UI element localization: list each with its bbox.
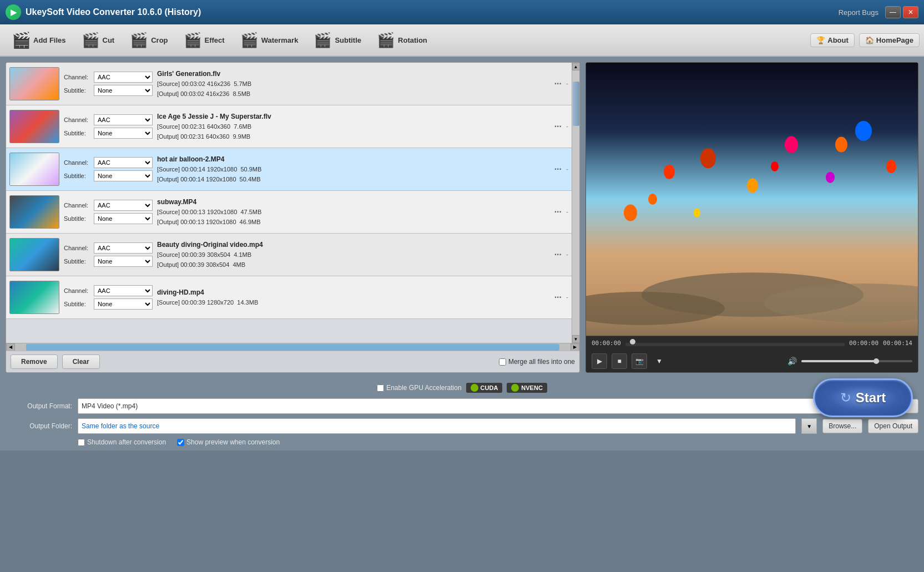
channel-select[interactable]: AAC — [94, 114, 153, 125]
horizontal-scrollbar[interactable]: ◀ ▶ — [6, 343, 579, 351]
more-options-icon[interactable]: ··· — [554, 250, 562, 260]
gpu-row: Enable GPU Acceleration CUDA NVENC — [6, 383, 918, 393]
nvidia-logo — [471, 384, 478, 392]
file-thumbnail — [9, 67, 59, 100]
dash-label: - — [566, 80, 568, 88]
scroll-left-arrow[interactable]: ◀ — [6, 343, 15, 351]
scroll-right-arrow[interactable]: ▶ — [570, 343, 579, 351]
list-item[interactable]: Channel: AAC Subtitle: None Ice Age 5 Je… — [6, 105, 572, 148]
file-list-panel: Channel: AAC Subtitle: None Girls' Gener… — [6, 62, 580, 373]
file-name: subway.MP4 — [157, 197, 550, 207]
scroll-thumb[interactable] — [573, 82, 579, 126]
more-options-icon[interactable]: ··· — [554, 207, 562, 217]
preview-video — [586, 63, 918, 336]
channel-label: Channel: — [64, 287, 92, 294]
list-item[interactable]: Channel: AAC Subtitle: None Beauty divin… — [6, 234, 572, 276]
subtitle-button[interactable]: 🎬 Subtitle — [306, 27, 368, 53]
volume-dot[interactable] — [873, 358, 879, 364]
open-output-button[interactable]: Open Output — [868, 419, 918, 433]
file-info: diving-HD.mp4 [Source] 00:00:39 1280x720… — [157, 287, 550, 308]
subtitle-label: Subtitle: — [64, 258, 92, 265]
file-list-scroll[interactable]: Channel: AAC Subtitle: None Girls' Gener… — [6, 63, 579, 343]
output-info: [Output] 00:00:13 1920x1080 46.9MB — [157, 217, 550, 227]
screenshot-dropdown[interactable]: ▼ — [652, 353, 667, 369]
channel-label: Channel: — [64, 117, 92, 123]
subtitle-select[interactable]: None — [94, 85, 153, 96]
start-icon: ↻ — [840, 390, 851, 406]
more-options-icon[interactable]: ··· — [554, 79, 562, 89]
show-preview-checkbox[interactable] — [177, 439, 184, 446]
timeline-position[interactable] — [630, 339, 635, 345]
screenshot-button[interactable]: 📷 — [632, 353, 647, 369]
clear-button[interactable]: Clear — [62, 355, 100, 369]
dash-label: - — [566, 293, 568, 301]
output-folder-input[interactable] — [78, 418, 796, 434]
output-format-input[interactable] — [78, 398, 829, 414]
show-preview-check: Show preview when conversion — [177, 438, 280, 446]
add-files-icon: 🎬 — [11, 30, 31, 50]
svg-point-13 — [694, 209, 700, 217]
homepage-button[interactable]: 🏠 HomePage — [859, 33, 920, 47]
scroll-thumb-h[interactable] — [26, 344, 559, 351]
scroll-track — [572, 70, 579, 335]
crop-button[interactable]: 🎬 Crop — [122, 27, 174, 53]
output-folder-row: Output Folder: ▼ Browse... Open Output — [6, 418, 918, 434]
minimize-button[interactable]: — — [885, 6, 901, 18]
list-item[interactable]: Channel: AAC Subtitle: None Girls' Gener… — [6, 63, 572, 105]
output-info: [Output] 00:03:02 416x236 8.5MB — [157, 89, 550, 99]
effect-icon: 🎬 — [183, 30, 203, 50]
file-name: Girls' Generation.flv — [157, 69, 550, 79]
cut-button[interactable]: 🎬 Cut — [74, 27, 122, 53]
cut-icon: 🎬 — [80, 30, 100, 50]
bottom-section: Enable GPU Acceleration CUDA NVENC Outpu… — [0, 378, 924, 450]
channel-select[interactable]: AAC — [94, 72, 153, 83]
output-rows: Output Format: ▲ Output Settings Output … — [6, 398, 918, 434]
channel-select[interactable]: AAC — [94, 285, 153, 296]
channel-select[interactable]: AAC — [94, 200, 153, 211]
gpu-checkbox[interactable] — [377, 384, 384, 392]
about-button[interactable]: 🏆 About — [810, 33, 855, 47]
subtitle-select[interactable]: None — [94, 213, 153, 224]
remove-button[interactable]: Remove — [11, 355, 58, 369]
about-icon: 🏆 — [816, 36, 825, 44]
rotation-button[interactable]: 🎬 Rotation — [369, 27, 434, 53]
balloon-scene — [586, 63, 918, 336]
file-thumbnail — [9, 238, 59, 271]
output-folder-dropdown[interactable]: ▼ — [801, 418, 817, 434]
report-bugs-label: Report Bugs — [839, 8, 878, 17]
start-button[interactable]: ↻ Start — [813, 378, 913, 417]
file-info: Beauty diving-Original video.mp4 [Source… — [157, 240, 550, 270]
browse-button[interactable]: Browse... — [822, 419, 862, 433]
svg-point-9 — [826, 172, 835, 183]
file-thumbnail — [9, 281, 59, 314]
subtitle-select[interactable]: None — [94, 256, 153, 267]
preview-panel: 00:00:00 00:00:00 00:00:14 ▶ ■ 📷 ▼ 🔊 — [585, 62, 918, 373]
more-options-icon[interactable]: ··· — [554, 122, 562, 131]
scroll-down-arrow[interactable]: ▼ — [572, 335, 580, 343]
volume-bar[interactable] — [801, 360, 913, 362]
file-info: Girls' Generation.flv [Source] 00:03:02 … — [157, 69, 550, 99]
channel-select[interactable]: AAC — [94, 242, 153, 254]
stop-button[interactable]: ■ — [612, 353, 627, 369]
list-item[interactable]: Channel: AAC Subtitle: None subway.MP4 [… — [6, 191, 572, 234]
list-item[interactable]: Channel: AAC Subtitle: None hot air ball… — [6, 148, 572, 191]
subtitle-select[interactable]: None — [94, 170, 153, 181]
scroll-up-arrow[interactable]: ▲ — [572, 63, 580, 70]
effect-button[interactable]: 🎬 Effect — [176, 27, 231, 53]
merge-checkbox[interactable] — [499, 358, 506, 366]
close-button[interactable]: ✕ — [903, 6, 918, 18]
file-controls: Channel: AAC Subtitle: None — [64, 114, 153, 139]
list-item[interactable]: Channel: AAC Subtitle: None diving-HD.mp… — [6, 276, 572, 319]
file-controls: Channel: AAC Subtitle: None — [64, 200, 153, 224]
play-button[interactable]: ▶ — [592, 353, 607, 369]
more-options-icon[interactable]: ··· — [554, 292, 562, 302]
add-files-button[interactable]: 🎬 Add Files — [4, 27, 73, 53]
subtitle-select[interactable]: None — [94, 128, 153, 139]
channel-select[interactable]: AAC — [94, 157, 153, 168]
vertical-scrollbar[interactable]: ▲ ▼ — [572, 63, 579, 343]
subtitle-select[interactable]: None — [94, 298, 153, 310]
watermark-button[interactable]: 🎬 Watermark — [233, 27, 305, 53]
shutdown-checkbox[interactable] — [78, 439, 85, 446]
svg-point-8 — [785, 136, 798, 153]
more-options-icon[interactable]: ··· — [554, 164, 562, 174]
